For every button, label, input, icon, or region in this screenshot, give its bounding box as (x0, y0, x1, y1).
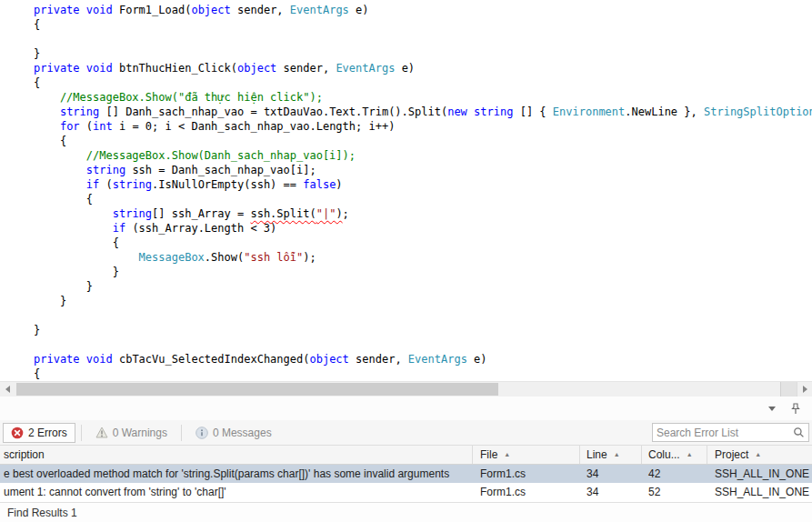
code-line: //MessageBox.Show(Danh_sach_nhap_vao[i])… (34, 148, 812, 163)
message-icon (195, 427, 208, 439)
cell-col: 52 (642, 486, 707, 498)
code-line: { (34, 192, 812, 206)
code-token: object (237, 62, 276, 75)
column-header-line[interactable]: Line ▲ (580, 446, 642, 464)
code-line: { (34, 366, 812, 381)
column-header-file[interactable]: File ▲ (473, 446, 580, 464)
code-token: btnThucHien_Click( (113, 62, 237, 75)
error-row[interactable]: e best overloaded method match for 'stri… (0, 465, 812, 483)
cell-line: 34 (580, 486, 642, 498)
code-token: object (309, 353, 348, 366)
code-token: string (113, 207, 152, 220)
scroll-left-button[interactable] (0, 382, 15, 397)
code-token: new (447, 105, 467, 118)
code-token: ( (80, 120, 93, 133)
code-token: string (60, 105, 99, 118)
warnings-count-label: 0 Warnings (113, 427, 167, 439)
code-token: { (34, 135, 66, 147)
code-token: [] { (513, 105, 552, 118)
code-token: if (86, 178, 99, 191)
cell-line: 34 (580, 467, 642, 480)
code-token: if (113, 222, 125, 235)
code-token: void (86, 62, 113, 75)
code-line: private void btnThucHien_Click(object se… (34, 61, 812, 75)
code-token: } (34, 295, 66, 307)
code-token: } (34, 280, 93, 293)
chevron-down-icon (768, 407, 776, 411)
pin-icon (790, 403, 801, 415)
code-token: { (34, 367, 40, 380)
window-position-button[interactable] (765, 402, 779, 415)
code-token (34, 222, 113, 235)
column-header-column[interactable]: Colu... ▲ (642, 446, 707, 464)
code-token: { (34, 76, 40, 89)
code-line: { (34, 75, 812, 90)
code-editor[interactable]: private void Form1_Load(object sender, E… (0, 0, 812, 381)
tab-find-results-1[interactable]: Find Results 1 (0, 507, 85, 519)
code-line: } (34, 46, 812, 61)
cell-col: 42 (642, 467, 707, 480)
cell-desc: ument 1: cannot convert from 'string' to… (0, 486, 473, 498)
code-token (80, 4, 86, 16)
code-token: e) (395, 62, 415, 75)
horizontal-scrollbar[interactable] (0, 381, 812, 397)
code-line: string ssh = Danh_sach_nhap_vao[i]; (34, 163, 812, 177)
code-token: ); (303, 251, 316, 264)
code-token: string (113, 178, 152, 191)
code-token (34, 207, 113, 220)
code-token: .IsNullOrEmpty(ssh) == (152, 178, 303, 191)
code-token: int (93, 120, 113, 133)
code-token: } (34, 266, 119, 278)
code-token: EventArgs (290, 4, 349, 16)
code-token: void (86, 4, 113, 16)
error-row[interactable]: ument 1: cannot convert from 'string' to… (0, 483, 812, 501)
messages-filter-button[interactable]: 0 Messages (187, 423, 280, 443)
code-line: if (string.IsNullOrEmpty(ssh) == false) (34, 177, 812, 192)
code-line: { (34, 236, 812, 250)
code-token: (ssh_Array.Length < 3) (125, 222, 276, 235)
search-icon[interactable] (793, 427, 805, 438)
code-line: MessageBox.Show("ssh lỗi"); (34, 250, 812, 265)
scrollbar-thumb[interactable] (16, 383, 498, 396)
code-token (34, 105, 60, 118)
code-token: { (34, 193, 93, 206)
code-line: } (34, 265, 812, 279)
search-input[interactable] (653, 427, 793, 439)
panel-tab-bar: Find Results 1 (0, 502, 812, 522)
code-line: { (34, 134, 812, 148)
toolbar-separator (81, 425, 82, 441)
code-token: sender, (231, 4, 290, 16)
warnings-filter-button[interactable]: 0 Warnings (87, 423, 175, 443)
code-lines: private void Form1_Load(object sender, E… (34, 3, 812, 381)
code-line: private void cbTacVu_SelectedIndexChange… (34, 352, 812, 366)
warning-icon (95, 427, 108, 438)
code-token: string (86, 164, 125, 176)
code-line: //MessageBox.Show("đã thực hiện click"); (34, 90, 812, 105)
code-line: private void Form1_Load(object sender, E… (34, 3, 812, 17)
code-line: string[] ssh_Array = ssh.Split("|"); (34, 206, 812, 221)
code-line: string [] Danh_sach_nhap_vao = txtDauVao… (34, 105, 812, 119)
error-icon (11, 427, 24, 439)
column-label: Line (586, 448, 607, 461)
code-token: MessageBox (139, 251, 205, 264)
toolbar-separator (181, 425, 182, 441)
code-token (467, 105, 474, 118)
errors-filter-button[interactable]: 2 Errors (3, 423, 75, 443)
errors-count-label: 2 Errors (28, 427, 67, 439)
code-token: e) (349, 4, 369, 16)
code-token: e) (467, 353, 487, 366)
panel-window-controls (765, 402, 803, 415)
code-token: i = 0; i < Danh_sach_nhap_vao.Length; i+… (113, 120, 396, 133)
code-token: ) (336, 178, 342, 191)
column-label: Project (715, 448, 748, 461)
code-token (34, 120, 60, 133)
code-token: Environment (553, 105, 625, 118)
sort-asc-icon: ▲ (755, 451, 761, 457)
pin-button[interactable] (788, 402, 803, 415)
code-token: //MessageBox.Show(Danh_sach_nhap_vao[i])… (34, 149, 356, 162)
errorlist-toolbar: 2 Errors 0 Warnings 0 Messages (0, 420, 812, 445)
scroll-right-button[interactable] (797, 382, 812, 397)
code-token: false (303, 178, 336, 191)
column-header-project[interactable]: Project ▲ (707, 446, 812, 464)
column-header-description[interactable]: scription (0, 446, 473, 464)
